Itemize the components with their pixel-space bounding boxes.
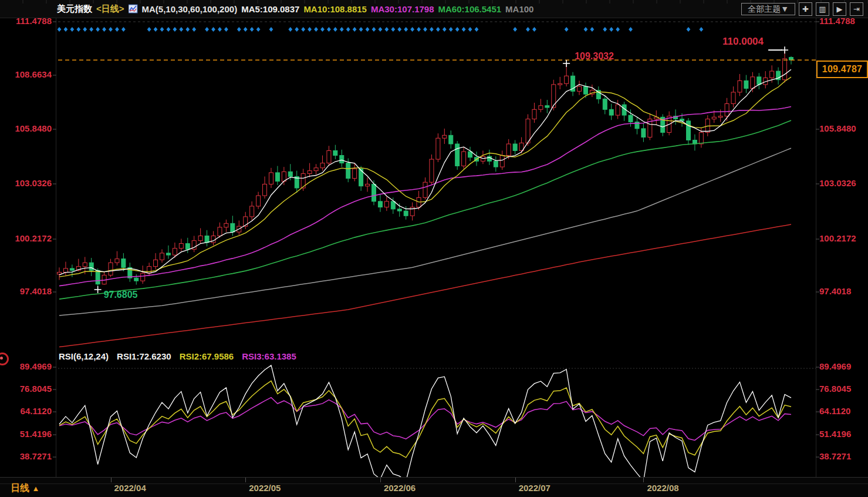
- y-axis-label: 64.1120: [0, 406, 52, 416]
- ma60-value: MA60:106.5451: [438, 4, 502, 14]
- month-label: 2022/07: [519, 483, 550, 493]
- rsi3-value: RSI3:63.1385: [242, 351, 296, 361]
- latest-price-value: 109.4787: [822, 64, 862, 75]
- chart-type-icon[interactable]: [129, 4, 138, 14]
- y-axis-label: 100.2172: [819, 233, 856, 243]
- month-label: 2022/04: [114, 483, 146, 493]
- y-axis-label: 103.0326: [819, 178, 856, 188]
- rsi1-value: RSI1:72.6230: [117, 351, 171, 361]
- toolbar-controls: 全部主题▼ ✚ ▥ ▶ ⇥: [741, 2, 863, 16]
- month-tick: [245, 478, 246, 482]
- month-label: 2022/06: [384, 483, 416, 493]
- highest-price-annotation: 110.0004: [722, 36, 764, 48]
- latest-price-tag: 109.4787: [816, 61, 868, 78]
- y-axis-label: 51.4196: [0, 429, 52, 439]
- y-axis-label: 97.4018: [0, 286, 52, 296]
- period-tag: <日线>: [96, 4, 124, 15]
- price-chart-canvas[interactable]: [0, 0, 868, 497]
- y-axis-label: 51.4196: [819, 429, 851, 439]
- y-axis-label: 38.7271: [0, 451, 52, 461]
- exit-icon[interactable]: ⇥: [850, 2, 863, 16]
- indicator-panel-icon[interactable]: ▥: [816, 2, 829, 16]
- y-axis-label: 64.1120: [819, 406, 850, 416]
- top-toolbar: 美元指数 <日线> MA(5,10,30,60,100,200) MA5:109…: [0, 0, 868, 18]
- y-axis-label: 89.4969: [0, 361, 52, 371]
- month-tick: [380, 478, 381, 482]
- month-tick: [643, 478, 644, 482]
- ma10-value: MA10:108.8815: [303, 4, 367, 14]
- rsi-header: RSI(6,12,24) RSI1:72.6230 RSI2:67.9586 R…: [59, 351, 296, 361]
- y-axis-label: 97.4018: [819, 286, 851, 296]
- symbol-name: 美元指数: [57, 4, 92, 15]
- ma-settings-label: MA(5,10,30,60,100,200): [142, 4, 238, 14]
- theme-selector-button[interactable]: 全部主题▼: [741, 3, 795, 15]
- chart-title-group: 美元指数 <日线> MA(5,10,30,60,100,200) MA5:109…: [57, 4, 533, 15]
- month-label: 2022/05: [249, 483, 281, 493]
- crosshair-icon[interactable]: ✚: [799, 2, 812, 16]
- y-axis-label: 38.7271: [819, 451, 851, 461]
- y-axis-label: 76.8045: [0, 384, 52, 394]
- y-axis-label: 100.2172: [0, 233, 52, 243]
- ma5-value: MA5:109.0837: [241, 4, 299, 14]
- rsi2-value: RSI2:67.9586: [180, 351, 234, 361]
- previous-high-annotation: 109.3032: [575, 51, 614, 62]
- month-tick: [515, 478, 516, 482]
- month-label: 2022/08: [647, 483, 678, 493]
- y-axis-label: 103.0326: [0, 178, 52, 188]
- y-axis-label: 105.8480: [0, 123, 52, 133]
- month-tick: [111, 478, 112, 482]
- ma100-value: MA100: [505, 4, 533, 14]
- y-axis-label: 89.4969: [819, 361, 851, 371]
- y-axis-label: 105.8480: [819, 123, 856, 133]
- trendline-icon[interactable]: ▶: [833, 2, 846, 16]
- lowest-price-annotation: 97.6805: [104, 290, 138, 300]
- time-axis-bar: 日线 ▲ 2022/042022/052022/062022/072022/08: [0, 477, 868, 497]
- y-axis-label: 108.6634: [0, 69, 52, 79]
- timeframe-selector[interactable]: 日线 ▲: [11, 482, 39, 495]
- triangle-up-icon: ▲: [32, 484, 39, 493]
- ma30-value: MA30:107.1798: [371, 4, 434, 14]
- y-axis-label: 76.8045: [819, 384, 851, 394]
- rsi-settings-label: RSI(6,12,24): [59, 351, 109, 361]
